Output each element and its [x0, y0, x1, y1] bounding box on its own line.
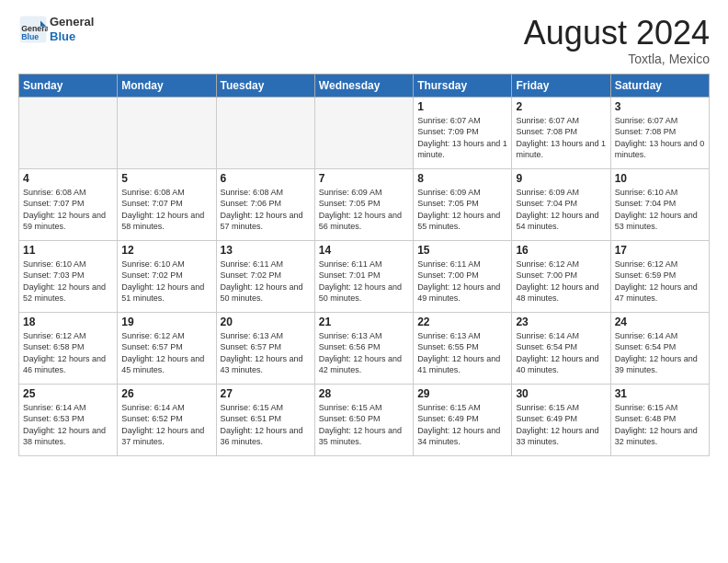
day-info: Sunrise: 6:08 AM Sunset: 7:07 PM Dayligh… [23, 187, 113, 233]
calendar-cell: 30Sunrise: 6:15 AM Sunset: 6:49 PM Dayli… [512, 384, 610, 455]
calendar-cell: 21Sunrise: 6:13 AM Sunset: 6:56 PM Dayli… [314, 312, 413, 384]
calendar-cell: 23Sunrise: 6:14 AM Sunset: 6:54 PM Dayli… [512, 312, 610, 384]
logo-icon: General Blue [18, 15, 48, 44]
day-number: 2 [516, 100, 606, 113]
day-number: 6 [221, 172, 311, 185]
day-number: 7 [319, 172, 409, 185]
day-number: 12 [121, 244, 211, 257]
calendar-cell: 1Sunrise: 6:07 AM Sunset: 7:09 PM Daylig… [414, 97, 512, 168]
day-info: Sunrise: 6:13 AM Sunset: 6:56 PM Dayligh… [319, 330, 409, 376]
day-info: Sunrise: 6:12 AM Sunset: 6:59 PM Dayligh… [615, 259, 705, 304]
day-number: 3 [615, 100, 705, 113]
calendar-cell: 28Sunrise: 6:15 AM Sunset: 6:50 PM Dayli… [314, 384, 413, 455]
day-number: 16 [516, 244, 606, 257]
day-number: 1 [417, 100, 507, 113]
week-row-3: 11Sunrise: 6:10 AM Sunset: 7:03 PM Dayli… [19, 240, 710, 312]
week-row-5: 25Sunrise: 6:14 AM Sunset: 6:53 PM Dayli… [19, 384, 710, 455]
subtitle: Toxtla, Mexico [524, 52, 710, 66]
day-info: Sunrise: 6:09 AM Sunset: 7:05 PM Dayligh… [319, 187, 409, 233]
day-info: Sunrise: 6:09 AM Sunset: 7:05 PM Dayligh… [417, 187, 507, 233]
calendar-table: Sunday Monday Tuesday Wednesday Thursday… [18, 74, 710, 456]
calendar-cell: 26Sunrise: 6:14 AM Sunset: 6:52 PM Dayli… [118, 384, 216, 455]
day-number: 22 [417, 316, 507, 328]
calendar-cell [216, 97, 314, 168]
day-info: Sunrise: 6:12 AM Sunset: 6:57 PM Dayligh… [121, 330, 211, 376]
day-number: 17 [615, 244, 705, 257]
calendar-cell: 5Sunrise: 6:08 AM Sunset: 7:07 PM Daylig… [118, 168, 216, 240]
calendar-cell: 18Sunrise: 6:12 AM Sunset: 6:58 PM Dayli… [19, 312, 118, 384]
day-number: 28 [319, 387, 409, 400]
day-number: 20 [221, 316, 311, 328]
week-row-1: 1Sunrise: 6:07 AM Sunset: 7:09 PM Daylig… [19, 97, 710, 168]
day-info: Sunrise: 6:07 AM Sunset: 7:09 PM Dayligh… [417, 115, 507, 161]
calendar-cell [118, 97, 216, 168]
calendar-cell: 13Sunrise: 6:11 AM Sunset: 7:02 PM Dayli… [216, 240, 314, 312]
calendar-cell: 4Sunrise: 6:08 AM Sunset: 7:07 PM Daylig… [19, 168, 118, 240]
day-info: Sunrise: 6:12 AM Sunset: 7:00 PM Dayligh… [516, 259, 606, 304]
header-friday: Friday [512, 74, 610, 97]
day-info: Sunrise: 6:14 AM Sunset: 6:54 PM Dayligh… [615, 330, 705, 376]
header-saturday: Saturday [610, 74, 709, 97]
calendar-cell: 29Sunrise: 6:15 AM Sunset: 6:49 PM Dayli… [414, 384, 512, 455]
calendar-cell: 31Sunrise: 6:15 AM Sunset: 6:48 PM Dayli… [610, 384, 709, 455]
day-number: 27 [221, 387, 311, 400]
day-number: 14 [319, 244, 409, 257]
day-number: 29 [417, 387, 507, 400]
page-header: General Blue General Blue August 2024 To… [18, 15, 710, 66]
day-number: 13 [221, 244, 311, 257]
day-info: Sunrise: 6:13 AM Sunset: 6:57 PM Dayligh… [221, 330, 311, 376]
title-area: August 2024 Toxtla, Mexico [524, 15, 710, 66]
day-info: Sunrise: 6:11 AM Sunset: 7:01 PM Dayligh… [319, 259, 409, 304]
day-number: 19 [121, 316, 211, 328]
calendar-cell: 7Sunrise: 6:09 AM Sunset: 7:05 PM Daylig… [314, 168, 413, 240]
header-wednesday: Wednesday [314, 74, 413, 97]
day-info: Sunrise: 6:12 AM Sunset: 6:58 PM Dayligh… [23, 330, 113, 376]
header-sunday: Sunday [19, 74, 118, 97]
day-info: Sunrise: 6:15 AM Sunset: 6:49 PM Dayligh… [516, 402, 606, 448]
day-number: 5 [121, 172, 211, 185]
day-number: 31 [615, 387, 705, 400]
calendar-cell: 27Sunrise: 6:15 AM Sunset: 6:51 PM Dayli… [216, 384, 314, 455]
day-number: 25 [23, 387, 113, 400]
calendar-cell: 8Sunrise: 6:09 AM Sunset: 7:05 PM Daylig… [414, 168, 512, 240]
calendar-page: General Blue General Blue August 2024 To… [0, 0, 728, 563]
calendar-cell: 3Sunrise: 6:07 AM Sunset: 7:08 PM Daylig… [610, 97, 709, 168]
day-info: Sunrise: 6:08 AM Sunset: 7:07 PM Dayligh… [121, 187, 211, 233]
day-info: Sunrise: 6:10 AM Sunset: 7:02 PM Dayligh… [121, 259, 211, 304]
day-number: 4 [23, 172, 113, 185]
calendar-cell: 24Sunrise: 6:14 AM Sunset: 6:54 PM Dayli… [610, 312, 709, 384]
calendar-cell: 9Sunrise: 6:09 AM Sunset: 7:04 PM Daylig… [512, 168, 610, 240]
day-info: Sunrise: 6:15 AM Sunset: 6:51 PM Dayligh… [221, 402, 311, 448]
day-info: Sunrise: 6:11 AM Sunset: 7:02 PM Dayligh… [221, 259, 311, 304]
day-info: Sunrise: 6:15 AM Sunset: 6:50 PM Dayligh… [319, 402, 409, 448]
day-number: 24 [615, 316, 705, 328]
calendar-cell: 6Sunrise: 6:08 AM Sunset: 7:06 PM Daylig… [216, 168, 314, 240]
calendar-cell: 11Sunrise: 6:10 AM Sunset: 7:03 PM Dayli… [19, 240, 118, 312]
day-number: 21 [319, 316, 409, 328]
calendar-cell: 17Sunrise: 6:12 AM Sunset: 6:59 PM Dayli… [610, 240, 709, 312]
weekday-header-row: Sunday Monday Tuesday Wednesday Thursday… [19, 74, 710, 97]
header-tuesday: Tuesday [216, 74, 314, 97]
day-number: 9 [516, 172, 606, 185]
day-info: Sunrise: 6:10 AM Sunset: 7:03 PM Dayligh… [23, 259, 113, 304]
day-number: 11 [23, 244, 113, 257]
day-number: 26 [121, 387, 211, 400]
day-info: Sunrise: 6:15 AM Sunset: 6:49 PM Dayligh… [417, 402, 507, 448]
calendar-cell [19, 97, 118, 168]
calendar-cell: 2Sunrise: 6:07 AM Sunset: 7:08 PM Daylig… [512, 97, 610, 168]
logo-text-general: General [50, 15, 94, 29]
day-number: 30 [516, 387, 606, 400]
day-info: Sunrise: 6:08 AM Sunset: 7:06 PM Dayligh… [221, 187, 311, 233]
calendar-cell: 22Sunrise: 6:13 AM Sunset: 6:55 PM Dayli… [414, 312, 512, 384]
day-info: Sunrise: 6:13 AM Sunset: 6:55 PM Dayligh… [417, 330, 507, 376]
calendar-cell: 12Sunrise: 6:10 AM Sunset: 7:02 PM Dayli… [118, 240, 216, 312]
week-row-4: 18Sunrise: 6:12 AM Sunset: 6:58 PM Dayli… [19, 312, 710, 384]
week-row-2: 4Sunrise: 6:08 AM Sunset: 7:07 PM Daylig… [19, 168, 710, 240]
day-info: Sunrise: 6:07 AM Sunset: 7:08 PM Dayligh… [615, 115, 705, 161]
day-number: 18 [23, 316, 113, 328]
calendar-cell: 19Sunrise: 6:12 AM Sunset: 6:57 PM Dayli… [118, 312, 216, 384]
logo: General Blue General Blue [18, 15, 94, 44]
header-thursday: Thursday [414, 74, 512, 97]
day-number: 8 [417, 172, 507, 185]
day-info: Sunrise: 6:07 AM Sunset: 7:08 PM Dayligh… [516, 115, 606, 161]
